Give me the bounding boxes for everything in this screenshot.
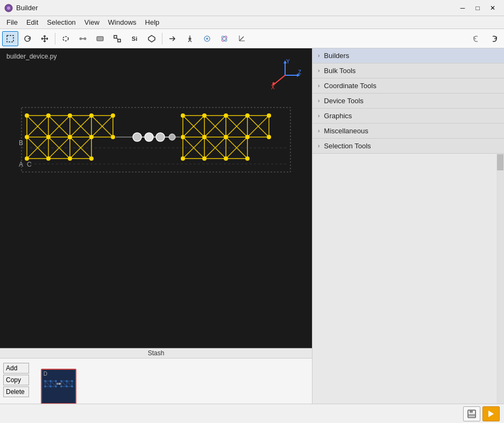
scrollbar-track[interactable] [496, 154, 504, 423]
svg-text:A: A [19, 161, 23, 168]
svg-point-135 [145, 133, 153, 141]
menu-edit[interactable]: Edit [22, 17, 42, 27]
svg-point-113 [46, 156, 51, 161]
undo-button[interactable] [468, 31, 485, 46]
svg-line-30 [273, 75, 285, 85]
svg-point-165 [44, 386, 46, 388]
svg-point-117 [202, 113, 207, 118]
save-button[interactable] [463, 406, 480, 421]
chevron-selection-tools: › [318, 143, 320, 149]
redo-button[interactable] [486, 31, 502, 46]
orbital-button[interactable] [216, 31, 232, 46]
move-button[interactable] [37, 31, 53, 46]
svg-point-105 [89, 113, 94, 118]
axes-indicator: Y Z X [269, 59, 301, 91]
main-layout: builder_device.py Y Z X [0, 48, 504, 423]
app-title: Builder [16, 4, 38, 12]
section-bulk-tools-label: Bulk Tools [324, 67, 356, 75]
svg-point-166 [49, 386, 51, 388]
right-panel: › Builders › Bulk Tools › Coordinate Too… [313, 48, 504, 423]
scrollbar-thumb[interactable] [497, 154, 503, 170]
probe-button[interactable] [199, 31, 215, 46]
surface-button[interactable] [92, 31, 108, 46]
crystal-button[interactable] [144, 31, 160, 46]
stash-item-label: D [44, 371, 47, 377]
svg-text:B: B [19, 139, 23, 147]
svg-point-107 [25, 135, 29, 139]
axes3d-button[interactable] [233, 31, 250, 46]
section-bulk-tools[interactable]: › Bulk Tools [313, 63, 504, 78]
menu-windows[interactable]: Windows [104, 17, 141, 27]
bottom-bar [0, 404, 504, 423]
chevron-miscellaneous: › [318, 128, 320, 134]
svg-point-1 [7, 6, 10, 10]
svg-line-21 [239, 37, 244, 41]
close-button[interactable]: ✕ [486, 3, 500, 13]
svg-point-109 [68, 135, 72, 139]
select-rect-button[interactable] [2, 31, 18, 46]
svg-point-5 [80, 37, 82, 40]
section-builders-label: Builders [324, 52, 349, 60]
forward-button[interactable] [482, 406, 500, 421]
svg-rect-178 [470, 410, 473, 413]
lasso-button[interactable] [58, 31, 74, 46]
svg-point-164 [55, 381, 56, 382]
section-device-tools-label: Device Tools [324, 97, 363, 105]
svg-point-110 [89, 135, 94, 139]
stash-add-button[interactable]: Add [3, 363, 29, 374]
branch-button[interactable] [182, 31, 198, 46]
section-coordinate-tools-label: Coordinate Tools [324, 82, 376, 90]
svg-point-118 [224, 113, 228, 118]
stash-thumbnail[interactable]: D [41, 369, 76, 404]
svg-point-108 [46, 135, 51, 139]
svg-point-115 [89, 156, 94, 161]
section-builders[interactable]: › Builders [313, 48, 504, 63]
svg-point-170 [71, 381, 73, 382]
chevron-device-tools: › [318, 98, 320, 104]
svg-rect-2 [7, 35, 13, 42]
arrow-right-button[interactable] [165, 31, 181, 46]
section-graphics[interactable]: › Graphics [313, 109, 504, 124]
chevron-bulk-tools: › [318, 68, 320, 74]
svg-point-126 [181, 156, 185, 161]
svg-point-106 [111, 113, 115, 118]
menu-view[interactable]: View [80, 17, 104, 27]
stash-header: Stash [0, 348, 312, 359]
svg-point-6 [84, 37, 87, 40]
section-coordinate-tools[interactable]: › Coordinate Tools [313, 78, 504, 94]
svg-point-124 [245, 135, 250, 139]
stash-delete-button[interactable]: Delete [3, 386, 29, 397]
menu-file[interactable]: File [2, 17, 22, 27]
svg-point-119 [245, 113, 250, 118]
molecule-view: A B C [16, 91, 296, 210]
connect-button[interactable] [109, 31, 125, 46]
svg-point-4 [63, 37, 68, 41]
menu-help[interactable]: Help [141, 17, 164, 27]
stash-copy-button[interactable]: Copy [3, 375, 29, 385]
svg-point-169 [66, 381, 67, 382]
svg-marker-12 [148, 35, 155, 42]
section-miscellaneous[interactable]: › Miscellaneous [313, 124, 504, 139]
svg-point-104 [68, 113, 72, 118]
section-device-tools[interactable]: › Device Tools [313, 94, 504, 109]
minimize-button[interactable]: ─ [456, 3, 470, 13]
viewport[interactable]: builder_device.py Y Z X [0, 48, 312, 348]
svg-point-121 [181, 135, 185, 139]
left-panel: builder_device.py Y Z X [0, 48, 313, 423]
svg-point-136 [156, 133, 165, 141]
bond-tool-button[interactable] [75, 31, 91, 46]
svg-point-103 [46, 113, 51, 118]
svg-point-176 [59, 383, 61, 385]
menu-selection[interactable]: Selection [42, 17, 80, 27]
svg-rect-8 [97, 37, 103, 41]
toolbar: Si [0, 29, 504, 48]
rotate-button[interactable] [19, 31, 36, 46]
atom-si-button[interactable]: Si [126, 31, 143, 46]
svg-point-123 [224, 135, 228, 139]
viewport-filename: builder_device.py [6, 53, 56, 60]
menu-bar: File Edit Selection View Windows Help [0, 16, 504, 29]
svg-rect-9 [114, 35, 117, 38]
section-selection-tools[interactable]: › Selection Tools [313, 139, 504, 154]
maximize-button[interactable]: □ [471, 3, 485, 13]
svg-point-168 [60, 381, 62, 382]
